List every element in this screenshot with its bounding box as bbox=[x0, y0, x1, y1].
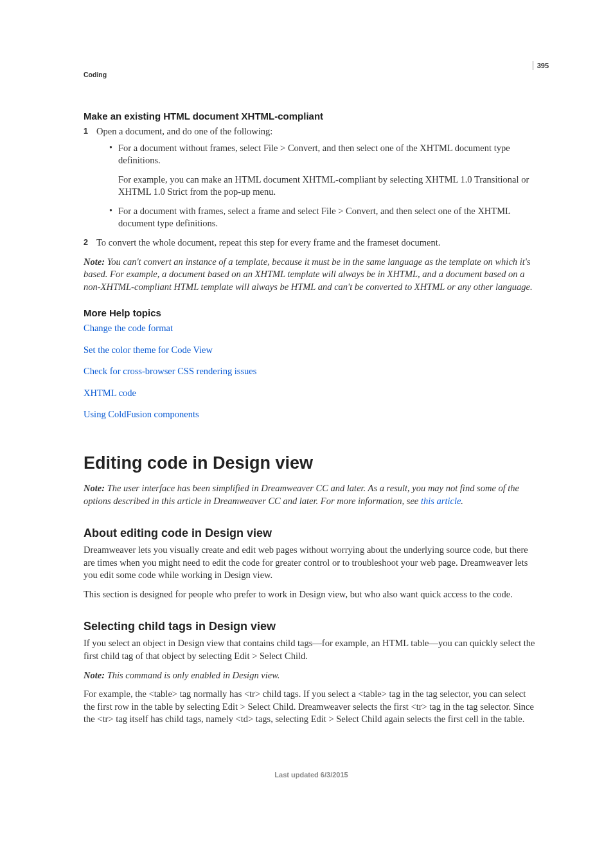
step-text: To convert the whole document, repeat th… bbox=[96, 237, 440, 248]
bullet-text: For a document without frames, select Fi… bbox=[118, 143, 510, 166]
link-change-code-format[interactable]: Change the code format bbox=[84, 323, 173, 333]
para-about-2: This section is designed for people who … bbox=[84, 588, 539, 601]
link-color-theme[interactable]: Set the color theme for Code View bbox=[84, 345, 213, 355]
step-2: 2 To convert the whole document, repeat … bbox=[84, 237, 539, 249]
note-body-2: . bbox=[461, 496, 463, 506]
heading-more-help: More Help topics bbox=[84, 307, 539, 318]
step-number: 1 bbox=[84, 126, 88, 137]
note-label: Note: bbox=[84, 257, 107, 267]
step-text: Open a document, and do one of the follo… bbox=[96, 126, 272, 136]
link-cross-browser[interactable]: Check for cross-browser CSS rendering is… bbox=[84, 366, 256, 376]
heading-about-editing: About editing code in Design view bbox=[84, 527, 539, 540]
heading-selecting-child: Selecting child tags in Design view bbox=[84, 620, 539, 633]
link-xhtml-code[interactable]: XHTML code bbox=[84, 388, 136, 398]
link-this-article[interactable]: this article bbox=[421, 496, 461, 506]
running-head: Coding bbox=[84, 71, 539, 78]
para-child-1: If you select an object in Design view t… bbox=[84, 637, 539, 662]
bullet-subtext: For example, you can make an HTML docume… bbox=[118, 174, 539, 199]
note-body: You can't convert an instance of a templ… bbox=[84, 257, 533, 292]
step-number: 2 bbox=[84, 237, 88, 248]
link-coldfusion[interactable]: Using ColdFusion components bbox=[84, 409, 199, 419]
step-1: 1 Open a document, and do one of the fol… bbox=[84, 125, 539, 230]
footer-updated: Last updated 6/3/2015 bbox=[84, 771, 539, 779]
para-child-2: For example, the <table> tag normally ha… bbox=[84, 688, 539, 726]
bullet-with-frames: For a document with frames, select a fra… bbox=[109, 205, 539, 230]
bullet-text: For a document with frames, select a fra… bbox=[118, 206, 510, 229]
para-about-1: Dreamweaver lets you visually create and… bbox=[84, 544, 539, 582]
note-intro: Note: The user interface has been simpli… bbox=[84, 482, 539, 507]
heading-editing-design-view: Editing code in Design view bbox=[84, 453, 539, 473]
note-label: Note: bbox=[84, 670, 107, 680]
note-label: Note: bbox=[84, 483, 107, 493]
heading-make-xhtml: Make an existing HTML document XHTML-com… bbox=[84, 111, 539, 122]
note-body: This command is only enabled in Design v… bbox=[107, 670, 280, 680]
note-template: Note: You can't convert an instance of a… bbox=[84, 256, 539, 294]
bullet-no-frames: For a document without frames, select Fi… bbox=[109, 142, 539, 199]
page-number: 395 bbox=[533, 61, 549, 70]
note-child: Note: This command is only enabled in De… bbox=[84, 669, 539, 682]
